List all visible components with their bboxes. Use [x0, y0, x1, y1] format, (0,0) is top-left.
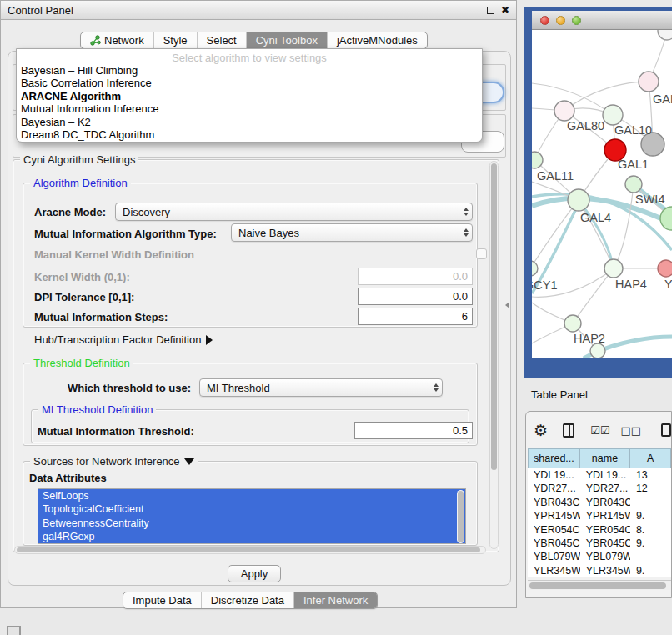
- tab-impute-data[interactable]: Impute Data: [123, 592, 201, 608]
- minimize-traffic-light-icon[interactable]: [556, 16, 565, 25]
- algorithm-option[interactable]: Basic Correlation Inference: [17, 77, 482, 89]
- table-row[interactable]: YBL079WYBL079W: [528, 550, 671, 563]
- table-cell: YER054C: [528, 523, 580, 537]
- algorithm-option[interactable]: Dream8 DC_TDC Algorithm: [17, 128, 482, 141]
- table-hscroll-thumb[interactable]: [529, 582, 666, 589]
- toolbox-bottom-tabbar: Impute DataDiscretize DataInfer Network: [123, 592, 378, 609]
- settings-horizontal-scrollbar[interactable]: [14, 546, 486, 554]
- attributes-scroll-thumb[interactable]: [458, 491, 464, 542]
- table-cell: YLR345W: [580, 564, 630, 578]
- mi-steps-input[interactable]: [358, 308, 473, 325]
- network-edge: [573, 268, 614, 323]
- attribute-item[interactable]: gal4RGexp: [38, 530, 465, 543]
- tab-infer-network[interactable]: Infer Network: [293, 592, 377, 608]
- network-node[interactable]: [564, 315, 581, 332]
- aracne-mode-combo[interactable]: Discovery: [115, 202, 473, 221]
- table-row[interactable]: YPR145WYPR145W9.: [528, 509, 671, 522]
- table-panel-window: ⚙ ☑☑ □□ shared...nameA YDL19...YDL19...1…: [525, 411, 672, 598]
- column-header[interactable]: name: [580, 448, 630, 468]
- splitter-collapse-arrow[interactable]: [505, 302, 509, 308]
- network-node-label: SWI4: [635, 192, 664, 206]
- sources-group-title[interactable]: Sources for Network Inference: [30, 455, 198, 468]
- network-node[interactable]: [568, 189, 589, 211]
- select-all-columns-icon[interactable]: ☑☑: [590, 424, 609, 437]
- kernel-width-label: Kernel Width (0,1):: [34, 271, 130, 283]
- close-icon[interactable]: ✖: [501, 7, 509, 14]
- attributes-scrollbar[interactable]: [457, 490, 464, 543]
- table-cell: YPR145W: [580, 509, 630, 522]
- network-node[interactable]: [604, 259, 623, 278]
- settings-hscroll-thumb[interactable]: [17, 548, 480, 552]
- algorithm-option[interactable]: Bayesian – K2: [17, 116, 482, 128]
- table-row[interactable]: YDR27...YDR27...12: [528, 482, 671, 495]
- table-row[interactable]: YER054CYER054C8.: [528, 523, 671, 537]
- column-header[interactable]: A: [630, 448, 671, 468]
- hub-definition-toggle[interactable]: Hub/Transcription Factor Definition: [34, 333, 213, 346]
- algorithm-option[interactable]: Mutual Information Inference: [17, 102, 482, 115]
- tab-network[interactable]: Network: [81, 32, 153, 48]
- mi-algorithm-type-value: Naive Bayes: [238, 227, 459, 239]
- zoom-traffic-light-icon[interactable]: [572, 16, 581, 25]
- attribute-item[interactable]: BetweennessCentrality: [38, 517, 465, 530]
- table-row[interactable]: YLR345WYLR345W9.: [528, 564, 671, 578]
- table-cell: YDL19...: [580, 468, 630, 482]
- network-node[interactable]: [658, 30, 672, 40]
- algorithm-option[interactable]: Bayesian – Hill Climbing: [17, 64, 482, 77]
- algorithm-option[interactable]: ARACNE Algorithm: [17, 90, 482, 102]
- table-panel-titlebar: Table Panel: [517, 378, 672, 410]
- apply-button[interactable]: Apply: [228, 565, 281, 582]
- kernel-width-input[interactable]: [358, 268, 473, 285]
- close-traffic-light-icon[interactable]: [540, 16, 549, 25]
- mi-threshold-input[interactable]: [354, 422, 473, 439]
- network-node[interactable]: [639, 72, 659, 92]
- network-node[interactable]: [590, 343, 605, 358]
- tab-style[interactable]: Style: [153, 32, 197, 48]
- network-node[interactable]: [554, 101, 574, 121]
- settings-vertical-scrollbar[interactable]: [489, 161, 499, 549]
- manual-kernel-width-checkbox[interactable]: [476, 248, 487, 259]
- algorithm-dropdown-placeholder: Select algorithm to view settings: [17, 49, 482, 64]
- table-row[interactable]: YBR043CYBR043C: [528, 496, 671, 509]
- deselect-all-columns-icon[interactable]: □□: [621, 424, 642, 437]
- mi-algorithm-type-combo[interactable]: Naive Bayes: [231, 223, 473, 242]
- attribute-item[interactable]: SelfLoops: [38, 489, 465, 502]
- network-node[interactable]: [660, 207, 672, 230]
- table-toolbar: ⚙ ☑☑ □□: [526, 412, 671, 448]
- network-node[interactable]: [625, 176, 642, 192]
- control-panel-window: Control Panel ✖ NetworkStyleSelectCyni T…: [0, 0, 517, 608]
- tab-label: Cyni Toolbox: [256, 34, 318, 47]
- network-node[interactable]: [532, 261, 538, 276]
- network-node[interactable]: [658, 260, 672, 277]
- clipped-toolbar-icon[interactable]: [661, 423, 671, 437]
- tab-select[interactable]: Select: [197, 32, 246, 48]
- settings-gear-icon[interactable]: ⚙: [534, 421, 548, 439]
- network-node-label: GAL: [653, 92, 672, 106]
- tab-label: Impute Data: [133, 594, 192, 607]
- network-node[interactable]: [603, 105, 623, 125]
- aracne-mode-value: Discovery: [123, 206, 459, 218]
- minimized-panel-icon[interactable]: [7, 626, 21, 635]
- network-canvas[interactable]: GALGAL80GAL10GAL1GAL11SWI4GAL4GCY1HAP4YH…: [532, 30, 672, 358]
- tab-label: Infer Network: [303, 594, 368, 607]
- network-window-titlebar[interactable]: [532, 11, 672, 30]
- table-row[interactable]: YDL19...YDL19...13: [528, 468, 671, 482]
- which-threshold-combo[interactable]: MI Threshold: [199, 378, 443, 397]
- tab-cyni-toolbox[interactable]: Cyni Toolbox: [246, 32, 327, 48]
- algorithm-option-list: Bayesian – Hill ClimbingBasic Correlatio…: [17, 64, 482, 141]
- table-horizontal-scrollbar[interactable]: [528, 580, 671, 590]
- columns-icon[interactable]: [563, 423, 574, 438]
- float-window-icon[interactable]: [487, 7, 494, 14]
- settings-vscroll-thumb[interactable]: [491, 163, 497, 470]
- expanded-arrow-icon: [184, 458, 194, 465]
- column-header[interactable]: shared...: [528, 448, 580, 468]
- attribute-item[interactable]: TopologicalCoefficient: [38, 502, 465, 516]
- table-cell: 9.: [630, 537, 671, 550]
- network-node-label: GAL10: [614, 123, 652, 137]
- dpi-tolerance-input[interactable]: [358, 288, 473, 305]
- tab-jactivemnodules[interactable]: jActiveMNodules: [327, 32, 427, 48]
- network-node[interactable]: [532, 152, 543, 168]
- network-node-label: Y: [664, 278, 672, 291]
- table-row[interactable]: YBR045CYBR045C9.: [528, 537, 671, 550]
- tab-discretize-data[interactable]: Discretize Data: [201, 592, 293, 608]
- table-cell: YPR145W: [528, 509, 580, 522]
